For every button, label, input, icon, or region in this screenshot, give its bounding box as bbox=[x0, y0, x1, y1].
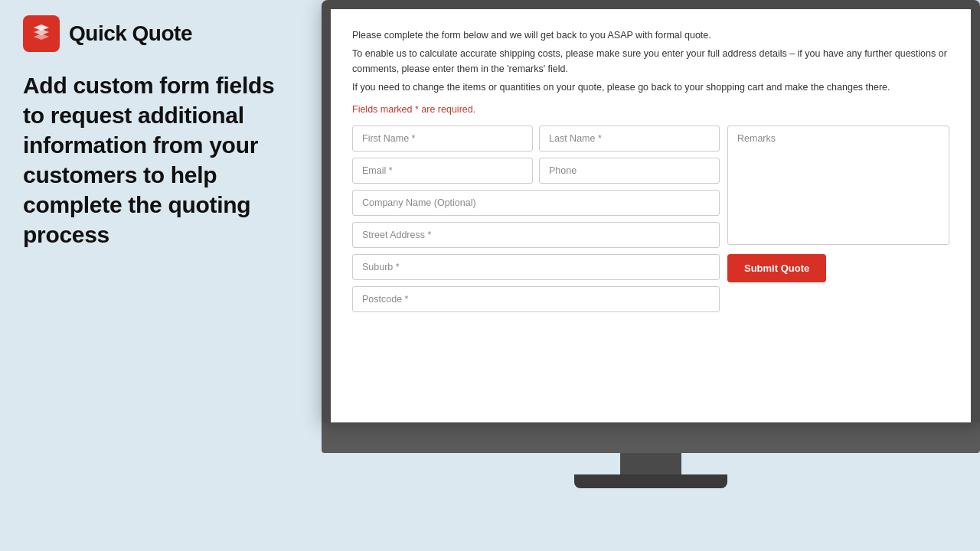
intro-line-1: Please complete the form below and we wi… bbox=[352, 28, 949, 43]
submit-quote-button[interactable]: Submit Quote bbox=[727, 254, 826, 282]
last-name-input[interactable] bbox=[539, 126, 720, 152]
intro-line-3: If you need to change the items or quant… bbox=[352, 80, 949, 95]
app-title: Quick Quote bbox=[69, 21, 192, 46]
monitor-stand-neck bbox=[620, 453, 681, 474]
first-name-input[interactable] bbox=[352, 126, 533, 152]
form-grid: Submit Quote bbox=[352, 126, 949, 318]
logo-area: Quick Quote bbox=[23, 15, 299, 52]
suburb-input[interactable] bbox=[352, 254, 720, 280]
company-input[interactable] bbox=[352, 190, 720, 216]
form-intro: Please complete the form below and we wi… bbox=[352, 28, 949, 95]
app-tagline: Add custom form fields to request additi… bbox=[23, 70, 299, 249]
street-address-input[interactable] bbox=[352, 222, 720, 248]
form-container: Please complete the form below and we wi… bbox=[331, 9, 971, 422]
email-input[interactable] bbox=[352, 158, 533, 184]
intro-line-2: To enable us to calculate accurate shipp… bbox=[352, 46, 949, 77]
contact-row bbox=[352, 158, 720, 184]
right-panel: Please complete the form below and we wi… bbox=[322, 0, 980, 551]
monitor-bezel: Please complete the form below and we wi… bbox=[322, 0, 980, 422]
monitor-bottom-strip bbox=[322, 422, 980, 453]
left-panel: Quick Quote Add custom form fields to re… bbox=[0, 0, 322, 551]
required-note: Fields marked * are required. bbox=[352, 104, 949, 115]
remarks-textarea[interactable] bbox=[727, 126, 949, 245]
app-logo-icon bbox=[23, 15, 60, 52]
name-row bbox=[352, 126, 720, 152]
monitor-stand-base bbox=[574, 474, 727, 488]
form-right-col: Submit Quote bbox=[727, 126, 949, 318]
phone-input[interactable] bbox=[539, 158, 720, 184]
monitor-screen: Please complete the form below and we wi… bbox=[331, 9, 971, 422]
postcode-input[interactable] bbox=[352, 286, 720, 312]
form-left-col bbox=[352, 126, 720, 318]
submit-area: Submit Quote bbox=[727, 254, 949, 282]
